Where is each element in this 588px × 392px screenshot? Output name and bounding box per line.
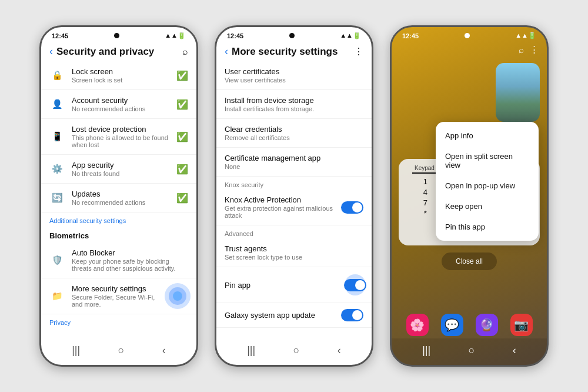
key-star[interactable]: * bbox=[417, 209, 433, 218]
settings-list-1: 🔒 Lock screen Screen lock is set ✅ 👤 Acc… bbox=[41, 61, 196, 338]
context-keep-open[interactable]: Keep open bbox=[436, 196, 539, 217]
nav-back-1[interactable]: ‹ bbox=[162, 344, 166, 357]
account-security-sub: No recommended actions bbox=[72, 105, 169, 112]
lock-check: ✅ bbox=[176, 70, 188, 81]
context-split-screen[interactable]: Open in split screen view bbox=[436, 146, 539, 175]
dock-icon-daisy[interactable]: 🌸 bbox=[406, 314, 429, 336]
additional-section-label: Additional security settings bbox=[41, 212, 196, 227]
dock-icon-messages[interactable]: 💬 bbox=[441, 314, 463, 336]
galaxy-update-toggle[interactable] bbox=[341, 309, 363, 321]
nav-back-2[interactable]: ‹ bbox=[338, 344, 341, 357]
close-all-button[interactable]: Close all bbox=[442, 253, 497, 270]
lost-device-icon: 📱 bbox=[49, 129, 65, 144]
setting-auto-blocker[interactable]: 🛡️ Auto Blocker Keep your phone safe by … bbox=[41, 242, 196, 278]
nav-home-1[interactable]: ○ bbox=[118, 344, 125, 357]
account-icon: 👤 bbox=[49, 97, 65, 112]
knox-label: Knox security bbox=[216, 177, 372, 190]
status-bar-2: 12:45 ▲▲🔋 bbox=[216, 27, 372, 42]
trust-agents-title: Trust agents bbox=[225, 244, 363, 253]
nav-home-3[interactable]: ○ bbox=[469, 344, 475, 357]
settings-list-2: User certificates View user certificates… bbox=[216, 61, 372, 338]
setting-galaxy-update[interactable]: Galaxy system app update bbox=[216, 303, 372, 328]
search-icon-3[interactable]: ⌕ bbox=[519, 45, 524, 55]
camera-dot-2 bbox=[289, 33, 295, 38]
time-1: 12:45 bbox=[52, 32, 68, 39]
lost-device-title: Lost device protection bbox=[72, 125, 169, 134]
app-security-sub: No threats found bbox=[72, 170, 169, 177]
setting-account-security[interactable]: 👤 Account security No recommended action… bbox=[41, 90, 196, 119]
setting-lock-screen[interactable]: 🔒 Lock screen Screen lock is set ✅ bbox=[41, 61, 196, 90]
key-1[interactable]: 1 bbox=[417, 177, 433, 186]
trust-agents-sub: Set screen lock type to use bbox=[225, 254, 363, 261]
account-check: ✅ bbox=[176, 99, 188, 110]
dock-3: 🌸 💬 🔮 📷 bbox=[392, 310, 547, 338]
knox-toggle[interactable] bbox=[341, 201, 363, 214]
phone3: 12:45 ▲▲🔋 ⌕ ⋮ App info Open in split scr… bbox=[390, 25, 549, 367]
nav-back-3[interactable]: ‹ bbox=[513, 344, 516, 357]
page-title-2: More security settings bbox=[232, 46, 350, 58]
bottom-nav-1: ||| ○ ‹ bbox=[41, 338, 196, 365]
header-1: ‹ Security and privacy ⌕ bbox=[41, 42, 196, 61]
cert-mgmt-title: Certificate management app bbox=[225, 154, 363, 162]
signal-icons-2: ▲▲🔋 bbox=[340, 32, 361, 39]
knox-title: Knox Active Protection bbox=[225, 195, 334, 204]
menu-icon-3[interactable]: ⋮ bbox=[530, 44, 539, 55]
phone2: 12:45 ▲▲🔋 ‹ More security settings ⋮ Use… bbox=[215, 25, 373, 367]
dock-icon-bixby[interactable]: 🔮 bbox=[476, 314, 498, 336]
updates-check: ✅ bbox=[176, 192, 188, 204]
recent-app-card[interactable] bbox=[496, 63, 540, 122]
signal-icons-1: ▲▲🔋 bbox=[165, 32, 186, 39]
page-title-1: Security and privacy bbox=[56, 46, 179, 58]
setting-lost-device[interactable]: 📱 Lost device protection This phone is a… bbox=[41, 119, 196, 155]
back-button-2[interactable]: ‹ bbox=[225, 45, 228, 58]
knox-sub: Get extra protection against malicious a… bbox=[225, 205, 334, 219]
key-4[interactable]: 4 bbox=[417, 188, 433, 197]
updates-icon: 🔄 bbox=[49, 190, 65, 205]
nav-home-2[interactable]: ○ bbox=[293, 344, 300, 357]
setting-pin-app[interactable]: Pin app bbox=[216, 267, 372, 303]
user-certs-sub: View user certificates bbox=[225, 77, 363, 84]
setting-app-security[interactable]: ⚙️ App security No threats found ✅ bbox=[41, 155, 196, 184]
setting-trust-agents[interactable]: Trust agents Set screen lock type to use bbox=[216, 238, 372, 267]
nav-recent-3[interactable]: ||| bbox=[422, 344, 430, 357]
clear-credentials-sub: Remove all certificates bbox=[225, 134, 363, 141]
lock-screen-sub: Screen lock is set bbox=[72, 77, 169, 84]
more-security-icon: 📁 bbox=[49, 288, 65, 304]
dock-icon-camera[interactable]: 📷 bbox=[510, 314, 533, 336]
context-pin-app[interactable]: Pin this app bbox=[436, 217, 539, 237]
setting-knox-protection[interactable]: Knox Active Protection Get extra protect… bbox=[216, 190, 372, 225]
lock-screen-title: Lock screen bbox=[72, 67, 169, 76]
nav-recent-2[interactable]: ||| bbox=[247, 344, 255, 357]
lost-device-sub: This phone is allowed to be found when l… bbox=[72, 134, 169, 148]
privacy-section-label: Privacy bbox=[41, 314, 196, 328]
advanced-label: Advanced bbox=[216, 225, 372, 238]
context-popup-view[interactable]: Open in pop-up view bbox=[436, 175, 539, 196]
header-2: ‹ More security settings ⋮ bbox=[216, 42, 372, 61]
signal-icons-3: ▲▲🔋 bbox=[515, 32, 536, 39]
cert-mgmt-sub: None bbox=[225, 163, 363, 170]
nav-recent-1[interactable]: ||| bbox=[72, 344, 80, 357]
context-app-info[interactable]: App info bbox=[436, 125, 539, 146]
app-security-check: ✅ bbox=[176, 164, 188, 175]
keypad-tab-keypad[interactable]: Keypad bbox=[412, 164, 437, 174]
install-storage-sub: Install certificates from storage. bbox=[225, 105, 363, 112]
setting-install-storage[interactable]: Install from device storage Install cert… bbox=[216, 90, 372, 119]
setting-clear-credentials[interactable]: Clear credentials Remove all certificate… bbox=[216, 119, 372, 148]
setting-cert-mgmt[interactable]: Certificate management app None bbox=[216, 148, 372, 177]
search-icon-1[interactable]: ⌕ bbox=[182, 46, 188, 57]
bottom-nav-2: ||| ○ ‹ bbox=[216, 338, 372, 365]
more-menu-2[interactable]: ⋮ bbox=[354, 46, 363, 57]
status-bar-1: 12:45 ▲▲🔋 bbox=[41, 27, 196, 42]
camera-dot-3 bbox=[465, 33, 470, 38]
setting-updates[interactable]: 🔄 Updates No recommended actions ✅ bbox=[41, 184, 196, 212]
time-2: 12:45 bbox=[227, 32, 243, 39]
pin-app-toggle[interactable] bbox=[344, 279, 366, 291]
app-security-title: App security bbox=[72, 161, 169, 170]
context-menu: App info Open in split screen view Open … bbox=[436, 122, 539, 241]
key-7[interactable]: 7 bbox=[417, 198, 433, 207]
more-security-title: More security settings bbox=[72, 284, 161, 293]
setting-user-certs[interactable]: User certificates View user certificates bbox=[216, 61, 372, 90]
back-button-1[interactable]: ‹ bbox=[49, 45, 53, 58]
app-security-icon: ⚙️ bbox=[49, 161, 65, 177]
setting-more-security[interactable]: 📁 More security settings Secure Folder, … bbox=[41, 278, 196, 314]
